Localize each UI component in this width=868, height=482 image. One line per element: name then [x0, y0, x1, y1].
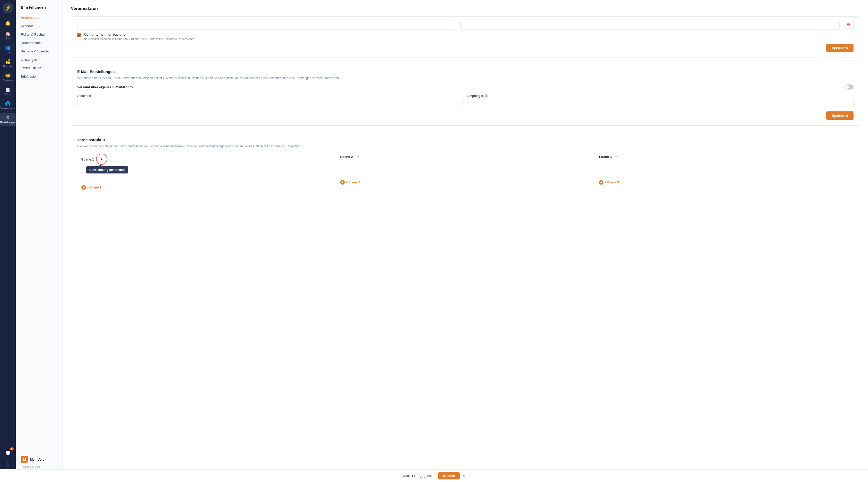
top-input-row: 📅 — [77, 21, 854, 29]
sidebar-item-briefpapier[interactable]: Briefpapier — [16, 72, 63, 81]
email-settings-section: E-Mail-Einstellungen Verknüpfe einen eig… — [71, 64, 860, 126]
calendar-button[interactable]: 📅 — [844, 21, 854, 29]
powered-by-label: Powered by buhl — [21, 465, 57, 468]
struktur-col-ebene3: Ebene 3 ✏ + + Ebene 3 — [595, 153, 854, 190]
absender-field-group: Absender — [77, 94, 463, 107]
nav-start-label: Start — [5, 37, 10, 40]
bell-icon: 🔔 — [5, 20, 11, 26]
sidebar-item-rollen[interactable]: Rollen & Rechte — [16, 30, 63, 39]
ebene2-add-row: + + Ebene 2 — [340, 172, 591, 185]
plus-circle2-icon: + — [340, 180, 345, 185]
sidebar-item-beitraege[interactable]: Beiträge & Spenden — [16, 47, 63, 55]
meinverein-logo-icon: M — [21, 456, 28, 463]
top-input-2[interactable] — [460, 21, 840, 29]
struktur-col-ebene2: Ebene 2 ✏ + + Ebene 2 — [336, 153, 595, 190]
email-section-desc: Verknüpfe einen eigenen E-Mail-Server fü… — [77, 76, 854, 80]
sidebar: Einstellungen Vereinsdaten Account Rolle… — [16, 0, 63, 482]
nav-info[interactable]: ℹ — [0, 459, 16, 469]
ebene3-add-row: + + Ebene 3 — [599, 172, 849, 185]
nav-settings-label: Einstellungen — [0, 121, 16, 124]
sidebar-item-nummernkreis[interactable]: Nummernkreis — [16, 39, 63, 47]
donate-icon: 🤝 — [5, 73, 11, 79]
top-section: 📅 Kleinunternehmerregelung Als Kleinunte… — [71, 16, 860, 57]
sidebar-item-textbausteine[interactable]: Textbausteine — [16, 64, 63, 72]
pencil-icon: ✏ — [100, 158, 103, 161]
struktur-desc: Hier kannst du die Abteilungen und Unter… — [77, 144, 854, 148]
email-toggle-row: Versand über eigenes E-Mail-Konto — [77, 84, 854, 89]
chat-badge: 5 — [10, 447, 14, 450]
app-logo: ⚡ — [3, 3, 13, 13]
email-fields-row: Absender Empfänger i — [77, 94, 854, 107]
ebene1-add-row: + + Ebene 1 — [81, 177, 332, 190]
absender-input[interactable] — [77, 99, 463, 107]
nav-spenden[interactable]: 🤝 Spenden — [0, 71, 16, 84]
nav-orga[interactable]: 📋 Orga — [0, 85, 16, 98]
plus-circle-icon: + — [81, 185, 86, 190]
add-ebene1-button[interactable]: + + Ebene 1 — [81, 185, 101, 190]
ebene2-label: Ebene 2 — [340, 155, 353, 159]
add-ebene2-button[interactable]: + + Ebene 2 — [340, 180, 360, 185]
sidebar-item-account[interactable]: Account — [16, 22, 63, 30]
orga-icon: 📋 — [5, 87, 11, 92]
ebene1-edit-circle[interactable]: ✏ — [96, 153, 107, 165]
trial-buchen-button[interactable]: Buchen — [438, 472, 460, 479]
nav-einstellungen[interactable]: ⚙ Einstellungen — [0, 113, 16, 126]
sidebar-logo: M MeinVerein — [21, 456, 57, 463]
info-icon: ℹ — [7, 461, 9, 467]
nav-spenden-label: Spenden — [3, 79, 13, 82]
ebene2-edit-button[interactable]: ✏ — [355, 153, 361, 160]
trial-close-button[interactable]: × — [463, 474, 465, 478]
nav-listen-label: Listen — [5, 51, 11, 54]
ebene1-label: Ebene 1 — [81, 158, 94, 161]
struktur-grid: Ebene 1 ✏ Bezeichnung bearbeiten + + Ebe… — [77, 153, 854, 190]
nav-vereinsportal[interactable]: 🌐 Vereinsportal — [0, 99, 16, 112]
trial-text: Noch 14 Tag(e) testen — [403, 474, 436, 478]
empfaenger-field-group: Empfänger i — [468, 94, 854, 107]
trial-bar: Noch 14 Tag(e) testen Buchen × — [0, 469, 868, 482]
nav-finanzen-label: Finanzen — [3, 65, 13, 68]
sidebar-app-name: MeinVerein — [30, 458, 48, 461]
settings-icon: ⚙ — [6, 115, 10, 120]
email-section-heading: E-Mail-Einstellungen — [77, 69, 854, 74]
ebene1-header: Ebene 1 ✏ Bezeichnung bearbeiten — [81, 153, 332, 165]
email-save-row: Speichern — [77, 111, 854, 120]
portal-icon: 🌐 — [5, 101, 11, 107]
email-toggle-switch[interactable] — [844, 84, 854, 89]
top-save-button[interactable]: Speichern — [826, 44, 854, 52]
email-save-button[interactable]: Speichern — [826, 111, 854, 120]
empfaenger-info-icon[interactable]: i — [484, 94, 488, 98]
users-icon: 👥 — [5, 45, 11, 51]
struktur-heading: Vereinsstruktur — [77, 138, 854, 142]
sidebar-item-vereinsdaten[interactable]: Vereinsdaten — [16, 13, 63, 22]
page-title: Vereinsdaten — [71, 6, 860, 11]
kleinunternehmer-checkbox[interactable] — [77, 33, 81, 37]
nav-listen[interactable]: 👥 Listen — [0, 43, 16, 56]
empfaenger-label: Empfänger i — [468, 94, 854, 98]
absender-label: Absender — [77, 94, 463, 98]
main-content: Vereinsdaten 📅 Kleinunternehmerregelung … — [63, 0, 868, 482]
ebene3-edit-button[interactable]: ✏ — [614, 153, 620, 160]
ebene3-header: Ebene 3 ✏ — [599, 153, 849, 160]
empfaenger-input[interactable] — [468, 99, 854, 107]
add-ebene3-button[interactable]: + + Ebene 3 — [599, 180, 619, 185]
nav-start[interactable]: 🏠 Start — [0, 29, 16, 42]
clearfix: Speichern — [77, 44, 854, 52]
nav-chat[interactable]: 💬 5 — [0, 448, 16, 458]
vereinsstruktur-section: Vereinsstruktur Hier kannst du die Abtei… — [71, 132, 860, 208]
home-icon: 🏠 — [5, 31, 11, 37]
ebene3-label: Ebene 3 — [599, 155, 612, 159]
top-input-1[interactable] — [77, 21, 456, 29]
ebene1-edit-tooltip-wrapper: ✏ Bezeichnung bearbeiten — [96, 153, 107, 165]
calendar-icon: 📅 — [846, 23, 851, 27]
pencil3-icon: ✏ — [615, 155, 618, 159]
struktur-col-ebene1: Ebene 1 ✏ Bezeichnung bearbeiten + + Ebe… — [77, 153, 336, 190]
kleinunternehmer-label: Kleinunternehmerregelung Als Kleinuntern… — [83, 33, 195, 41]
email-toggle-label: Versand über eigenes E-Mail-Konto — [77, 85, 133, 89]
pencil2-icon: ✏ — [357, 155, 359, 159]
sidebar-item-leistungen[interactable]: Leistungen — [16, 55, 63, 64]
plus-circle3-icon: + — [599, 180, 603, 185]
nav-orga-label: Orga — [5, 93, 11, 96]
nav-bell[interactable]: 🔔 — [0, 18, 16, 28]
kleinunternehmer-row: Kleinunternehmerregelung Als Kleinuntern… — [77, 33, 854, 41]
nav-finanzen[interactable]: 💰 Finanzen — [0, 57, 16, 70]
